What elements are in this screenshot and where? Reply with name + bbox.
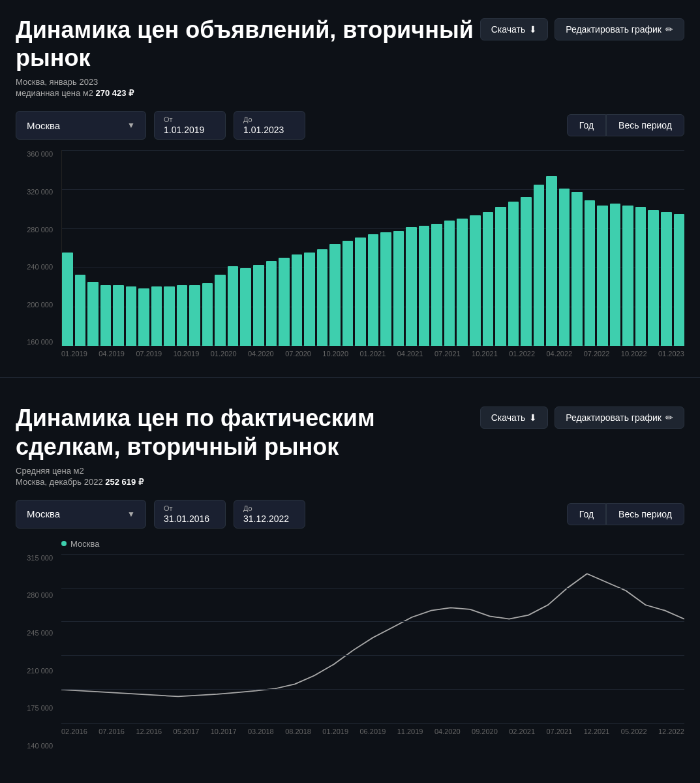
section1-date-to[interactable]: До 1.01.2023 (234, 111, 305, 140)
bars-container (61, 150, 684, 346)
x-label-10: 07.2021 (434, 350, 461, 358)
section2-chart: 315 000 280 000 245 000 210 000 175 000 … (16, 554, 684, 776)
section1-download-btn[interactable]: Скачать ⬇ (480, 18, 549, 40)
section2-city-dropdown[interactable]: Москва ▼ (16, 500, 146, 529)
section2-controls: Москва ▼ От 31.01.2016 До 31.12.2022 Год… (16, 500, 684, 529)
chevron-down-icon: ▼ (127, 121, 135, 130)
section1-edit-label: Редактировать график (566, 24, 662, 35)
bar-39 (559, 189, 570, 346)
x2-label-8: 06.2019 (360, 728, 386, 735)
section1-period-all-btn[interactable]: Весь период (606, 114, 684, 136)
section1-controls: Москва ▼ От 1.01.2019 До 1.01.2023 Год В… (16, 111, 684, 140)
bar-41 (585, 200, 596, 346)
x-label-4: 01.2020 (211, 350, 237, 358)
x-label-9: 04.2021 (397, 350, 423, 358)
bar-27 (406, 227, 417, 346)
x2-label-2: 12.2016 (136, 728, 162, 735)
bar-24 (368, 234, 379, 346)
section2-period-year-btn[interactable]: Год (567, 503, 606, 525)
bar-44 (622, 206, 633, 346)
section1-date-from-label: От (164, 115, 216, 123)
x-label-0: 01.2019 (61, 350, 87, 358)
section2-edit-btn[interactable]: Редактировать график ✏ (555, 407, 684, 429)
section2-download-label: Скачать (491, 412, 526, 423)
section2-date-from[interactable]: От 31.01.2016 (154, 500, 226, 529)
bar-3 (100, 285, 112, 346)
y2-label-3: 210 000 (27, 667, 53, 675)
bar-10 (189, 285, 200, 346)
section1-period-year-btn[interactable]: Год (567, 114, 606, 136)
section1-download-label: Скачать (491, 24, 526, 35)
bar-5 (126, 286, 137, 346)
bar-32 (470, 215, 481, 346)
x2-label-5: 03.2018 (248, 728, 274, 735)
bar-40 (571, 192, 583, 346)
bar-7 (151, 286, 162, 346)
section1-date-from[interactable]: От 1.01.2019 (154, 111, 226, 140)
bar-20 (317, 249, 328, 346)
section2-header-left: Динамика цен по фактическим сделкам, вто… (16, 404, 480, 497)
download-icon: ⬇ (529, 24, 537, 35)
section2-dropdown-label: Москва (27, 508, 60, 519)
bar-17 (279, 258, 290, 346)
bar-34 (495, 207, 506, 346)
section2-download-btn[interactable]: Скачать ⬇ (480, 407, 549, 429)
x2-label-7: 01.2019 (322, 728, 348, 735)
section2-period-all-btn[interactable]: Весь период (606, 503, 684, 525)
x-label-11: 10.2021 (472, 350, 498, 358)
section-divider (0, 377, 700, 378)
section1-city-dropdown[interactable]: Москва ▼ (16, 111, 146, 140)
bar-19 (304, 253, 315, 346)
bar-2 (87, 282, 99, 346)
section-2: Динамика цен по фактическим сделкам, вто… (0, 388, 700, 775)
section2-x-axis: 02.2016 07.2016 12.2016 05.2017 10.2017 … (61, 728, 684, 735)
x-label-13: 04.2022 (546, 350, 572, 358)
x2-label-13: 07.2021 (546, 728, 572, 735)
section1-period-buttons: Год Весь период (567, 114, 684, 136)
y-label-2: 280 000 (27, 226, 53, 234)
section2-y-axis: 315 000 280 000 245 000 210 000 175 000 … (16, 554, 58, 750)
x2-label-4: 10.2017 (211, 728, 237, 735)
line-chart-svg (61, 554, 684, 724)
bar-43 (610, 204, 621, 346)
bar-45 (635, 207, 647, 346)
bar-36 (521, 197, 532, 346)
section1-y-axis: 360 000 320 000 280 000 240 000 200 000 … (16, 150, 58, 346)
download-icon-2: ⬇ (529, 412, 537, 423)
section1-price-label: медианная цена м2 (16, 88, 93, 98)
section1-price-value: 270 423 ₽ (96, 88, 134, 98)
bar-21 (329, 244, 341, 346)
x2-label-15: 05.2022 (621, 728, 647, 735)
section2-date-to-label: До (243, 504, 296, 512)
bar-14 (240, 268, 251, 346)
section2-edit-label: Редактировать график (566, 412, 662, 423)
section1-chart: 360 000 320 000 280 000 240 000 200 000 … (16, 150, 684, 372)
bar-8 (164, 286, 175, 346)
section1-bars-area: 01.2019 04.2019 07.2019 10.2019 01.2020 … (61, 150, 684, 346)
section1-x-axis: 01.2019 04.2019 07.2019 10.2019 01.2020 … (61, 350, 684, 358)
bar-12 (215, 275, 226, 346)
section2-date-to[interactable]: До 31.12.2022 (234, 500, 305, 529)
x-label-1: 04.2019 (99, 350, 125, 358)
legend-label: Москва (70, 539, 99, 549)
section1-header: Динамика цен объявлений, вторичный рынок… (16, 16, 684, 108)
bar-4 (113, 285, 124, 346)
section1-subtitle: Москва, январь 2023 (16, 77, 480, 87)
section-1: Динамика цен объявлений, вторичный рынок… (0, 0, 700, 372)
bar-11 (202, 283, 213, 346)
bar-31 (457, 219, 468, 346)
x-label-7: 10.2020 (322, 350, 348, 358)
bar-16 (266, 261, 277, 346)
bar-35 (508, 202, 519, 346)
section1-date-to-value: 1.01.2023 (243, 125, 296, 135)
bar-46 (648, 210, 659, 346)
bar-29 (431, 224, 442, 346)
bar-47 (661, 212, 672, 346)
section1-edit-btn[interactable]: Редактировать график ✏ (555, 18, 684, 40)
x2-label-16: 12.2022 (658, 728, 684, 735)
x2-label-1: 07.2016 (99, 728, 125, 735)
bar-0 (62, 253, 73, 346)
x-label-14: 07.2022 (584, 350, 610, 358)
section2-title: Динамика цен по фактическим сделкам, вто… (16, 404, 480, 460)
x-label-15: 10.2022 (621, 350, 647, 358)
